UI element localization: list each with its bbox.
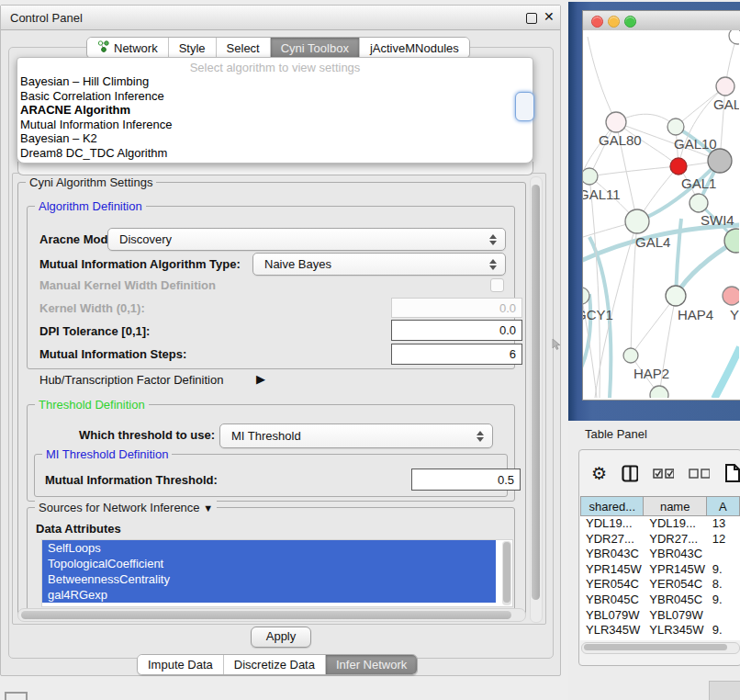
- algorithm-option-mutual-information-inference[interactable]: Mutual Information Inference: [17, 118, 533, 132]
- bottom-right-panel-fragment: [709, 681, 740, 700]
- disclosure-right-icon[interactable]: ▶: [256, 372, 265, 386]
- close-button[interactable]: [591, 16, 603, 28]
- network-node-unnamed-gray[interactable]: [708, 149, 732, 173]
- hub-definition-label: Hub/Transcription Factor Definition: [39, 373, 223, 387]
- mi-type-combo[interactable]: Naive Bayes: [252, 253, 506, 276]
- algorithm-option-basic-correlation-inference[interactable]: Basic Correlation Inference: [17, 89, 533, 104]
- control-panel-titlebar: Control Panel ✕: [1, 6, 560, 30]
- algorithm-option-bayesian-k2[interactable]: Bayesian – K2: [17, 131, 533, 146]
- column-header-a[interactable]: A: [707, 496, 740, 516]
- table-cell: YLR345W: [580, 623, 644, 638]
- which-threshold-label: Which threshold to use:: [79, 428, 215, 442]
- attribute-item-betweennesscentrality[interactable]: BetweennessCentrality: [42, 571, 496, 587]
- table-row[interactable]: YBL079WYBL079W: [580, 608, 740, 624]
- network-node-gal11[interactable]: [583, 168, 598, 185]
- network-node-swi4[interactable]: [690, 194, 708, 212]
- zoom-button[interactable]: [624, 16, 636, 28]
- mi-steps-field[interactable]: 6: [391, 344, 522, 365]
- attribute-item-selfloops[interactable]: SelfLoops: [42, 540, 496, 556]
- table-header-row: shared...nameA: [580, 496, 740, 516]
- tab-jactivemnodules[interactable]: jActiveMNodules: [359, 38, 469, 58]
- network-node-gal4[interactable]: [625, 209, 649, 233]
- column-header-shared[interactable]: shared...: [580, 496, 644, 516]
- gear-icon[interactable]: ⚙: [591, 465, 607, 482]
- tab-select[interactable]: Select: [216, 38, 270, 58]
- network-node-label: GAL11: [583, 186, 621, 202]
- bottom-tab-impute-data[interactable]: Impute Data: [138, 655, 223, 674]
- minimize-button[interactable]: [608, 16, 620, 28]
- network-node-y-right[interactable]: [723, 287, 739, 305]
- table-row[interactable]: YDR27...YDR27...12: [580, 532, 740, 548]
- network-node-gal80[interactable]: [606, 112, 626, 132]
- table-row[interactable]: YBR043CYBR043C: [580, 547, 740, 562]
- checked-boxes-icon[interactable]: [653, 469, 674, 479]
- network-node-gal-top[interactable]: [716, 77, 734, 96]
- kernel-width-label: Kernel Width (0,1):: [39, 301, 145, 315]
- attribute-item-topologicalcoefficient[interactable]: TopologicalCoefficient: [42, 556, 496, 571]
- network-node-unnamed-bottom[interactable]: [650, 386, 668, 398]
- table-cell: 9.: [707, 623, 740, 638]
- network-node-unnamed-top[interactable]: [729, 30, 739, 44]
- table-horizontal-scrollbar[interactable]: [581, 642, 740, 654]
- network-node-gal10[interactable]: [667, 119, 684, 135]
- tab-style[interactable]: Style: [168, 38, 216, 58]
- file-icon[interactable]: [724, 463, 740, 483]
- table-cell: YBR043C: [644, 547, 706, 562]
- algorithm-option-dream8-dc-tdc-algorithm[interactable]: Dream8 DC_TDC Algorithm: [17, 146, 533, 161]
- network-node-label: GAL80: [599, 132, 642, 148]
- column-header-name[interactable]: name: [644, 496, 706, 516]
- bottom-tab-infer-network[interactable]: Infer Network: [325, 655, 417, 674]
- disclosure-down-icon[interactable]: ▼: [203, 502, 213, 514]
- tab-label: Select: [227, 41, 260, 55]
- table-cell: YIL052C: [580, 638, 644, 640]
- algorithm-definition-legend: Algorithm Definition: [35, 199, 146, 213]
- apply-button[interactable]: Apply: [251, 627, 311, 648]
- control-panel-tabbar: NetworkStyleSelectCyni ToolboxjActiveMNo…: [86, 37, 470, 59]
- table-row[interactable]: YER054CYER054C8.: [580, 577, 740, 593]
- table-row[interactable]: YLR345WYLR345W9.: [580, 623, 740, 638]
- control-panel-title: Control Panel: [10, 11, 83, 25]
- mi-steps-label: Mutual Information Steps:: [39, 347, 186, 361]
- kernel-width-field[interactable]: 0.0: [391, 298, 522, 318]
- hidden-combo-fragment: [17, 162, 533, 175]
- table-row[interactable]: YIL052CYIL052C9: [580, 638, 740, 640]
- network-node-hap2[interactable]: [623, 348, 638, 363]
- table-row[interactable]: YPR145WYPR145W9.: [580, 562, 740, 578]
- table-row[interactable]: YDL19...YDL19...13: [580, 516, 740, 532]
- aracne-mode-combo[interactable]: Discovery: [107, 228, 506, 251]
- network-window-titlebar: [583, 11, 740, 31]
- mi-threshold-field[interactable]: 0.5: [411, 469, 521, 491]
- algorithm-option-aracne-algorithm[interactable]: ARACNE Algorithm: [17, 103, 533, 118]
- data-attributes-list[interactable]: SelfLoopsTopologicalCoefficientBetweenne…: [41, 539, 513, 607]
- manual-kernel-label: Manual Kernel Width Definition: [39, 278, 216, 292]
- combo-stepper-icon: [472, 431, 492, 442]
- network-node-hap4[interactable]: [666, 286, 686, 306]
- manual-kernel-checkbox[interactable]: [490, 278, 504, 292]
- float-panel-icon[interactable]: [526, 13, 537, 24]
- sources-legend: Sources for Network Inference ▼: [35, 501, 217, 514]
- unchecked-boxes-icon[interactable]: [689, 469, 710, 479]
- which-threshold-combo[interactable]: MI Threshold: [219, 423, 493, 448]
- which-threshold-value: MI Threshold: [220, 429, 472, 443]
- table-cell: YBL079W: [644, 608, 706, 624]
- table-cell: YER054C: [580, 577, 644, 593]
- settings-vertical-scrollbar[interactable]: [530, 176, 543, 623]
- network-node-gal1[interactable]: [670, 158, 687, 175]
- collapsed-panel-button[interactable]: [5, 692, 28, 700]
- settings-horizontal-scrollbar[interactable]: [17, 608, 526, 622]
- split-columns-icon[interactable]: [622, 465, 638, 482]
- bottom-tab-discretize-data[interactable]: Discretize Data: [223, 655, 325, 674]
- threshold-definition-legend: Threshold Definition: [35, 398, 149, 412]
- tab-network[interactable]: Network: [87, 38, 168, 58]
- table-cell: YDL19...: [580, 516, 644, 532]
- tab-label: Style: [179, 41, 206, 55]
- table-row[interactable]: YBR045CYBR045C9.: [580, 593, 740, 608]
- algorithm-option-bayesian-hill-climbing[interactable]: Bayesian – Hill Climbing: [17, 74, 533, 89]
- table-cell: YBR045C: [580, 593, 644, 608]
- tab-cyni-toolbox[interactable]: Cyni Toolbox: [270, 38, 359, 58]
- attribute-item-gal4rgexp[interactable]: gal4RGexp: [42, 587, 496, 603]
- dpi-tolerance-field[interactable]: 0.0: [391, 320, 522, 341]
- network-canvas[interactable]: GALGAL80GAL10GAL1GAL11SWI4GAL4GCY1HAP4YH…: [583, 30, 739, 398]
- attributes-vertical-scrollbar[interactable]: [502, 541, 511, 605]
- close-panel-icon[interactable]: ✕: [544, 9, 555, 24]
